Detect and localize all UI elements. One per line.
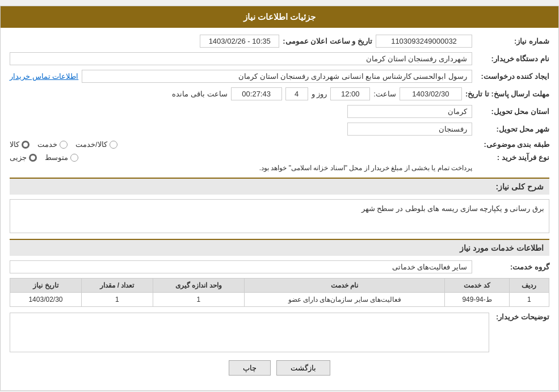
response-time-value: 12:00 [330, 87, 370, 100]
category-option-1[interactable]: خدمت [37, 140, 68, 149]
col-header-0: ردیف [509, 279, 549, 293]
purchase-radio-1 [29, 154, 37, 162]
creator-value: رسول ابوالحسنی کارشناس منابع انسانی شهرد… [82, 70, 472, 83]
creator-label: ایجاد کننده درخواست: [476, 72, 549, 81]
table-cell-unit: 1 [153, 293, 244, 307]
buyer-desc-value [10, 313, 489, 352]
purchase-type-option-0[interactable]: متوسط [45, 153, 78, 162]
org-name-value: شهرداری رفسنجان استان کرمان [10, 52, 472, 65]
response-time-label: ساعت: [373, 90, 396, 98]
table-cell-date: 1403/02/30 [10, 293, 82, 307]
need-description-value: برق رسانی و یکپارچه سازی ریسه های بلوطی … [10, 199, 549, 233]
purchase-type-label-1: جزیی [10, 153, 27, 162]
province-value: کرمان [347, 105, 472, 118]
col-header-4: تعداد / مقدار [81, 279, 153, 293]
back-button[interactable]: بازگشت [276, 360, 330, 376]
category-option-label-1: خدمت [37, 140, 57, 149]
response-days-label: روز و [312, 90, 327, 98]
radio-circle-2 [22, 141, 30, 149]
category-option-label-2: کالا [10, 140, 19, 149]
need-description-section-header: شرح کلی نیاز: [10, 178, 549, 195]
col-header-1: کد خدمت [445, 279, 509, 293]
services-section-header: اطلاعات خدمات مورد نیاز [10, 239, 549, 256]
table-cell-name: فعالیت‌های سایر سازمان‌های دارای عضو [244, 293, 444, 307]
province-label: استان محل تحویل: [476, 107, 549, 116]
need-number-value: 1103093249000032 [376, 35, 472, 48]
response-days-value: 4 [285, 87, 308, 100]
remaining-time-value: 00:27:43 [231, 87, 282, 100]
radio-circle-1 [60, 141, 68, 149]
response-date-value: 1403/02/30 [400, 87, 462, 100]
remaining-label: ساعت باقی مانده [172, 90, 227, 98]
response-deadline-label: مهلت ارسال پاسخ: تا تاریخ: [465, 90, 549, 98]
buttons-row: بازگشت چاپ [10, 360, 549, 376]
category-option-2[interactable]: کالا [10, 140, 30, 149]
service-group-label: گروه خدمت: [476, 263, 549, 271]
col-header-2: نام خدمت [244, 279, 444, 293]
table-cell-code: ط-94-949 [445, 293, 509, 307]
category-radio-group: کالا/خدمت خدمت کالا [10, 140, 472, 149]
category-label: طبقه بندی موضوعی: [476, 140, 549, 149]
org-name-label: نام دستگاه خریدار: [476, 54, 549, 63]
radio-circle-0 [110, 141, 117, 149]
table-cell-quantity: 1 [81, 293, 153, 307]
table-row: 1ط-94-949فعالیت‌های سایر سازمان‌های دارا… [10, 293, 549, 307]
category-option-0[interactable]: کالا/خدمت [75, 140, 117, 149]
announce-date-value: 1403/02/26 - 10:35 [200, 35, 279, 48]
purchase-type-label-0: متوسط [45, 153, 68, 162]
table-cell-row: 1 [509, 293, 549, 307]
purchase-type-label: نوع فرآیند خرید : [476, 153, 549, 162]
city-value: رفسنجان [347, 123, 472, 136]
city-label: شهر محل تحویل: [476, 125, 549, 133]
col-header-3: واحد اندازه گیری [153, 279, 244, 293]
print-button[interactable]: چاپ [229, 360, 271, 376]
page-title: جزئیات اطلاعات نیاز [1, 6, 558, 28]
need-number-label: شماره نیاز: [476, 37, 549, 45]
service-group-value: سایر فعالیت‌های خدماتی [10, 260, 472, 273]
purchase-type-option-1[interactable]: جزیی [10, 153, 37, 162]
purchase-type-note: پرداخت تمام یا بخشی از مبلغ خریدار از مح… [10, 164, 472, 172]
announce-date-label: تاریخ و ساعت اعلان عمومی: [283, 37, 372, 45]
services-table: ردیف کد خدمت نام خدمت واحد اندازه گیری ت… [10, 278, 549, 307]
purchase-radio-0 [70, 154, 78, 162]
buyer-desc-label: توضیحات خریدار: [493, 313, 549, 321]
category-option-label-0: کالا/خدمت [75, 140, 107, 149]
col-header-5: تاریخ نیاز [10, 279, 82, 293]
contact-info-link[interactable]: اطلاعات تماس خریدار [10, 72, 78, 81]
